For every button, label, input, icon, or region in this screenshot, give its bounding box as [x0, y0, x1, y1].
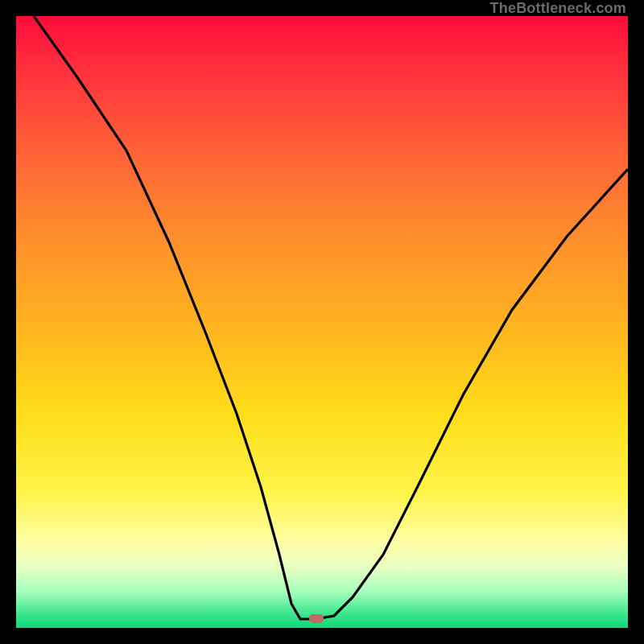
watermark-label: TheBottleneck.com [490, 0, 626, 17]
bottleneck-curve [34, 16, 628, 619]
plot-area [16, 16, 628, 628]
optimal-marker [309, 614, 324, 623]
chart-frame: TheBottleneck.com [0, 0, 644, 644]
curve-svg [16, 16, 628, 628]
